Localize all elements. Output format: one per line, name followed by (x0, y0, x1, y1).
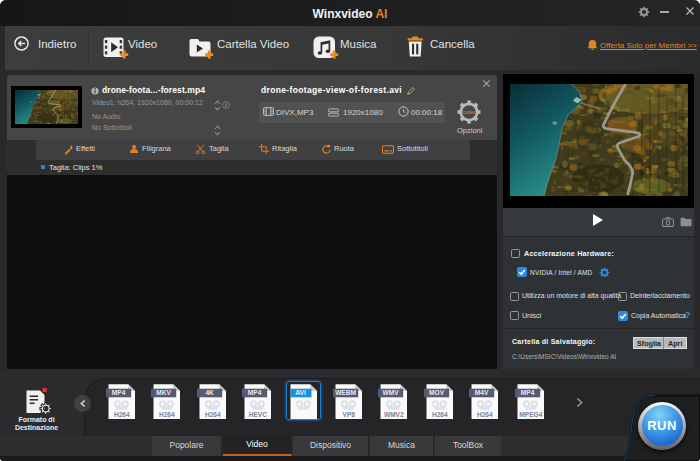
svg-text:VP8: VP8 (343, 411, 356, 418)
svg-text:H264: H264 (432, 411, 448, 418)
svg-text:MP4: MP4 (112, 389, 126, 396)
svg-text:MP4: MP4 (520, 389, 534, 396)
svg-text:WMV2: WMV2 (384, 411, 404, 418)
svg-text:MKV: MKV (157, 389, 172, 396)
svg-text:MPEG4: MPEG4 (519, 411, 542, 418)
svg-text:MOV: MOV (429, 389, 445, 396)
svg-text:H264: H264 (159, 411, 175, 418)
svg-text:codec: codec (462, 109, 476, 115)
svg-text:WEBM: WEBM (335, 389, 356, 396)
svg-text:4K: 4K (205, 389, 214, 396)
svg-text:WMV: WMV (383, 389, 400, 396)
svg-text:MP4: MP4 (248, 389, 262, 396)
svg-text:M4V: M4V (475, 389, 489, 396)
svg-text:HEVC: HEVC (249, 411, 268, 418)
svg-text:H264: H264 (205, 411, 221, 418)
svg-text:AVI: AVI (295, 389, 306, 396)
svg-text:H264: H264 (477, 411, 493, 418)
svg-text:H264: H264 (114, 411, 130, 418)
